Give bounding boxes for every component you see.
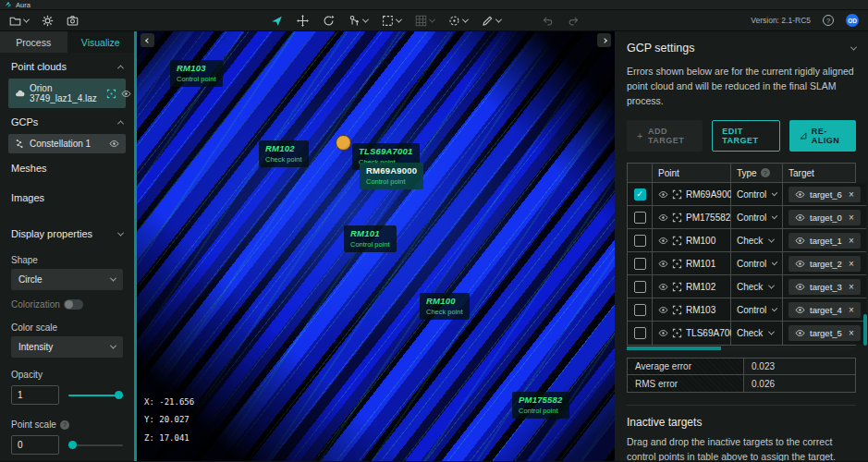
point-cloud-item[interactable]: Orion 3749_laz1_4.laz: [8, 79, 126, 108]
help-icon[interactable]: [60, 420, 69, 430]
tab-visualize[interactable]: Visualize: [67, 31, 135, 53]
focus-crosshair-icon[interactable]: [672, 259, 682, 269]
eye-icon[interactable]: [795, 328, 805, 338]
remove-target-icon[interactable]: [849, 282, 854, 292]
focus-crosshair-icon[interactable]: [672, 213, 682, 223]
target-marker[interactable]: [336, 135, 351, 151]
remove-target-icon[interactable]: [849, 305, 854, 315]
shape-select[interactable]: Circle: [11, 269, 123, 290]
eye-icon[interactable]: [658, 213, 668, 223]
open-project-button[interactable]: [9, 15, 29, 27]
gcp-marker-label[interactable]: RM102 Check point: [259, 140, 309, 167]
row-checkbox-cell[interactable]: [628, 275, 653, 298]
eye-icon[interactable]: [795, 213, 805, 223]
add-target-button[interactable]: ADD TARGET: [627, 120, 703, 152]
type-dropdown[interactable]: Check: [731, 229, 783, 252]
remove-target-icon[interactable]: [849, 328, 854, 338]
eye-icon[interactable]: [658, 305, 668, 315]
eye-icon[interactable]: [795, 305, 805, 315]
color-scale-select[interactable]: Intensity: [11, 336, 123, 358]
row-checkbox[interactable]: [634, 188, 646, 201]
focus-crosshair-icon[interactable]: [106, 89, 116, 99]
type-dropdown[interactable]: Control: [731, 298, 783, 322]
remove-target-icon[interactable]: [849, 259, 854, 269]
remove-target-icon[interactable]: [849, 236, 854, 246]
eye-icon[interactable]: [658, 282, 668, 292]
collapse-right-panel-button[interactable]: [597, 33, 611, 47]
gcp-marker-label-selected[interactable]: RM69A9000 Control point: [360, 163, 423, 189]
row-checkbox[interactable]: [634, 258, 646, 270]
box-select-tool-button[interactable]: [381, 15, 400, 27]
row-checkbox[interactable]: [634, 281, 646, 293]
section-meshes[interactable]: Meshes: [0, 153, 134, 183]
type-dropdown[interactable]: Check: [731, 322, 783, 345]
row-checkbox[interactable]: [634, 327, 646, 339]
eye-icon[interactable]: [658, 189, 668, 200]
section-display-properties[interactable]: Display properties: [0, 220, 134, 246]
screenshot-button[interactable]: [67, 15, 79, 27]
navigate-tool-button[interactable]: [270, 15, 282, 27]
tab-process[interactable]: Process: [0, 31, 67, 53]
target-chip[interactable]: target_5: [789, 325, 861, 341]
point-scale-slider[interactable]: [68, 441, 123, 449]
user-avatar[interactable]: OD: [846, 14, 859, 27]
row-checkbox[interactable]: [634, 235, 646, 247]
constellation-item[interactable]: Constellation 1: [8, 134, 126, 153]
section-point-clouds[interactable]: Point clouds: [0, 53, 134, 79]
orbit-tool-button[interactable]: [322, 15, 334, 27]
chevron-down-icon[interactable]: [850, 43, 857, 50]
measure-tool-button[interactable]: [481, 15, 500, 27]
row-checkbox-cell[interactable]: [628, 229, 653, 252]
colorization-toggle[interactable]: [64, 299, 83, 310]
type-dropdown[interactable]: Control: [731, 206, 783, 229]
eye-icon[interactable]: [121, 89, 131, 99]
collapse-left-panel-button[interactable]: [141, 33, 154, 47]
eye-icon[interactable]: [109, 139, 119, 149]
type-dropdown[interactable]: Check: [731, 275, 783, 298]
target-chip[interactable]: target_3: [789, 279, 861, 295]
panel-vertical-scrollbar[interactable]: [863, 31, 867, 461]
focus-crosshair-icon[interactable]: [672, 305, 682, 315]
edit-target-button[interactable]: EDIT TARGET: [712, 120, 780, 152]
row-checkbox-cell[interactable]: [628, 206, 653, 229]
gcp-marker-label[interactable]: RM101 Control point: [344, 225, 397, 252]
focus-crosshair-icon[interactable]: [672, 189, 682, 200]
eye-icon[interactable]: [795, 282, 805, 292]
focus-crosshair-icon[interactable]: [672, 236, 682, 246]
target-chip[interactable]: target_2: [789, 256, 861, 272]
eye-icon[interactable]: [658, 236, 668, 246]
row-checkbox[interactable]: [634, 304, 646, 316]
type-dropdown[interactable]: Control: [731, 252, 783, 275]
focus-crosshair-icon[interactable]: [672, 328, 682, 338]
undo-button[interactable]: [541, 15, 553, 27]
help-icon[interactable]: [761, 168, 770, 177]
settings-button[interactable]: [42, 15, 54, 27]
help-icon[interactable]: [823, 15, 834, 26]
table-horizontal-scrollbar[interactable]: [627, 346, 856, 350]
opacity-slider[interactable]: [68, 391, 123, 399]
eye-icon[interactable]: [795, 236, 805, 246]
eye-icon[interactable]: [795, 189, 805, 200]
eye-icon[interactable]: [658, 259, 668, 269]
section-images[interactable]: Images: [0, 183, 134, 213]
row-checkbox[interactable]: [634, 212, 646, 224]
point-cloud-viewport[interactable]: RM103 Control point RM102 Check point TL…: [137, 31, 615, 461]
gcp-marker-label[interactable]: RM100 Check point: [420, 293, 470, 320]
redo-button[interactable]: [567, 15, 579, 27]
target-chip[interactable]: target_0: [789, 210, 861, 225]
row-checkbox-cell[interactable]: [628, 322, 653, 345]
point-picker-tool-button[interactable]: [348, 15, 367, 27]
section-gcps[interactable]: GCPs: [0, 108, 134, 134]
gcp-marker-label[interactable]: PM175582 Control point: [512, 392, 569, 419]
row-checkbox-cell[interactable]: [628, 298, 653, 322]
focus-crosshair-icon[interactable]: [672, 282, 682, 292]
eye-icon[interactable]: [795, 259, 805, 269]
circle-select-tool-button[interactable]: [447, 15, 467, 27]
target-chip[interactable]: target_4: [789, 302, 861, 318]
remove-target-icon[interactable]: [849, 189, 854, 200]
pan-tool-button[interactable]: [296, 15, 308, 27]
re-align-button[interactable]: RE-ALIGN: [789, 120, 856, 152]
type-dropdown[interactable]: Control: [731, 183, 783, 206]
grid-tool-button[interactable]: [414, 15, 434, 27]
row-checkbox-cell[interactable]: [628, 252, 653, 275]
